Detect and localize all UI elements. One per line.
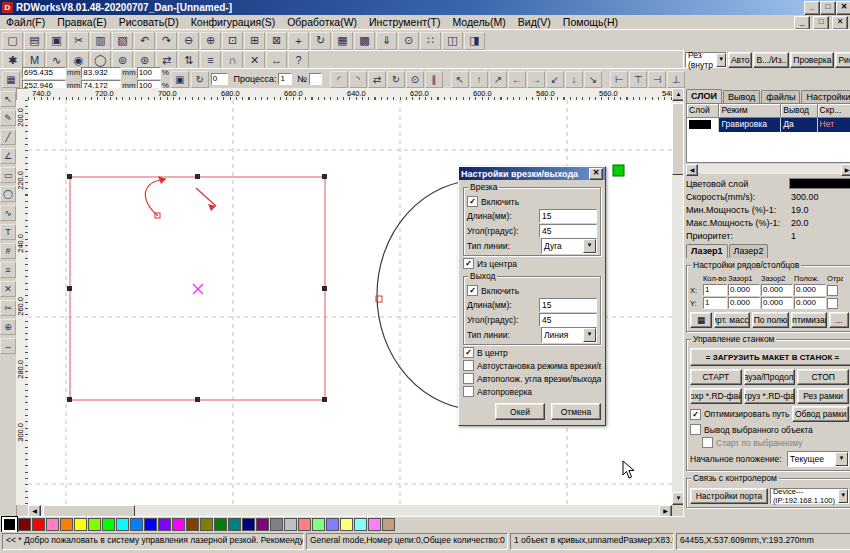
laser-tab[interactable]: Лазер2 [729, 244, 769, 258]
zoom-in-icon[interactable]: ⊕ [200, 32, 221, 50]
zoom-window-icon[interactable]: ⊡ [222, 32, 243, 50]
ellipse-tool-icon[interactable]: ◯ [0, 186, 16, 202]
processing-mode-select[interactable]: Рез (внутр ▼ [685, 52, 727, 68]
panel-tab[interactable]: Настройки [801, 90, 850, 103]
palette-color-swatch[interactable] [74, 518, 87, 531]
mode-bar-button[interactable]: Авто [728, 52, 753, 68]
corner-top-left-icon[interactable]: ↖ [451, 71, 469, 88]
corner-top-icon[interactable]: ↑ [470, 71, 488, 88]
ungroup-icon[interactable]: ◨ [464, 32, 485, 50]
start-position-select[interactable]: Текущее ▼ [787, 451, 849, 467]
mdi-close-button[interactable]: ✕ [832, 16, 848, 30]
array-x-gap1-field[interactable]: 0.000 [728, 284, 760, 296]
curve-tool-icon[interactable]: ∿ [0, 205, 16, 221]
horizontal-scrollbar[interactable]: ◀ ▶ [28, 505, 672, 516]
simulate-icon[interactable]: ▦ [332, 32, 353, 50]
save-file-icon[interactable]: ▣ [46, 32, 67, 50]
redraw-icon[interactable]: ↻ [310, 32, 331, 50]
rectangle-tool-icon[interactable]: ▭ [0, 167, 16, 183]
scale-x-field[interactable]: 100 [137, 67, 161, 79]
reverse-direction-icon[interactable]: ⇄ [368, 71, 386, 88]
stop-button[interactable]: СТОП [797, 369, 849, 385]
palette-color-swatch[interactable] [32, 518, 45, 531]
auto-option-checkbox[interactable] [463, 386, 474, 397]
palette-color-swatch[interactable] [312, 518, 325, 531]
palette-color-swatch[interactable] [46, 518, 59, 531]
vertical-scrollbar[interactable]: ▲ ▼ [672, 88, 683, 505]
menu-item[interactable]: Рисовать(D) [113, 16, 185, 28]
corner-right-icon[interactable]: → [527, 71, 545, 88]
node-edit-tool-icon[interactable]: ✎ [0, 110, 16, 126]
palette-color-swatch[interactable] [60, 518, 73, 531]
t-top-icon[interactable]: ⊤ [629, 71, 647, 88]
palette-color-swatch[interactable] [284, 518, 297, 531]
rotate-icon[interactable]: ↻ [191, 71, 209, 88]
lead-out-angle-input[interactable] [539, 313, 597, 327]
palette-color-swatch[interactable] [214, 518, 227, 531]
gap-icon[interactable]: ∥ [425, 71, 443, 88]
mode-bar-button[interactable]: Проверка [790, 52, 834, 68]
palette-color-swatch[interactable] [102, 518, 115, 531]
lead-in-enable-checkbox[interactable]: ✓ [467, 196, 478, 207]
array-y-mirror-checkbox[interactable] [827, 298, 838, 309]
layer-hide-cell[interactable]: Нет [818, 118, 850, 132]
palette-color-swatch[interactable] [144, 518, 157, 531]
layer-output-cell[interactable]: Да [781, 118, 817, 132]
menu-item[interactable]: Файл(F) [0, 16, 51, 28]
polyline-tool-icon[interactable]: ∠ [0, 148, 16, 164]
load-rd-file-button[interactable]: Загруз *.RD-файл [744, 388, 796, 404]
auto-option-checkbox[interactable] [463, 373, 474, 384]
layer-mode-cell[interactable]: Гравировка [719, 118, 781, 132]
palette-color-swatch[interactable] [88, 518, 101, 531]
array-y-gap2-field[interactable]: 0.000 [761, 297, 793, 309]
array-y-gap1-field[interactable]: 0.000 [728, 297, 760, 309]
position-x-field[interactable]: 695.435 [22, 67, 66, 79]
lead-out-icon[interactable]: ◝ [349, 71, 367, 88]
mdi-minimize-button[interactable]: _ [794, 16, 810, 30]
palette-color-swatch[interactable] [172, 518, 185, 531]
palette-color-swatch[interactable] [2, 517, 17, 532]
corner-left-icon[interactable]: ← [508, 71, 526, 88]
t-left-icon[interactable]: ⊢ [610, 71, 628, 88]
pause-resume-button[interactable]: Пауза/Продолж. [744, 369, 796, 385]
palette-color-swatch[interactable] [116, 518, 129, 531]
panel-tab[interactable]: СЛОИ [686, 89, 722, 103]
layer-row[interactable]: Гравировка Да Нет [687, 118, 850, 132]
t-right-icon[interactable]: ⊣ [648, 71, 666, 88]
by-field-button[interactable]: По полю [752, 312, 788, 328]
array-copy-icon[interactable]: ∷ [420, 32, 441, 50]
property-value[interactable]: 19.0 [791, 205, 850, 215]
array-y-offset-field[interactable]: 0.000 [794, 297, 826, 309]
size-width-field[interactable]: 83.932 [81, 67, 121, 79]
close-button[interactable]: ✕ [836, 1, 850, 15]
property-value[interactable]: 300.00 [791, 192, 850, 202]
delete-icon[interactable]: ✕ [244, 51, 265, 69]
corner-bottom-icon[interactable]: ↓ [565, 71, 583, 88]
start-point-icon[interactable]: ⊙ [406, 71, 424, 88]
zoom-all-icon[interactable]: ⊞ [244, 32, 265, 50]
menu-item[interactable]: Модель(M) [446, 16, 511, 28]
corner-bottom-right-icon[interactable]: ↘ [584, 71, 602, 88]
lead-out-line[interactable] [196, 188, 216, 206]
optimize-path-checkbox[interactable]: ✓ [690, 409, 701, 420]
menu-item[interactable]: Правка(E) [51, 16, 112, 28]
copy-icon[interactable]: ▥ [90, 32, 111, 50]
palette-color-swatch[interactable] [242, 518, 255, 531]
measure-tool-icon[interactable]: ↔ [0, 338, 16, 354]
more-button[interactable]: ... [829, 312, 849, 328]
anchor-grid-icon[interactable]: ▦ [2, 71, 20, 88]
menu-item[interactable]: Инструмент(T) [363, 16, 446, 28]
property-value[interactable]: 1 [791, 231, 850, 241]
cancel-button[interactable]: Отмена [551, 403, 601, 420]
cut-icon[interactable]: ✂ [68, 32, 89, 50]
palette-color-swatch[interactable] [200, 518, 213, 531]
start-button[interactable]: СТАРТ [690, 369, 742, 385]
array-x-offset-field[interactable]: 0.000 [794, 284, 826, 296]
layers-table-scrollbar[interactable]: ◀ ▶ [686, 164, 850, 174]
dialog-close-icon[interactable]: ✕ [589, 168, 603, 180]
zoom-out-icon[interactable]: ⊖ [178, 32, 199, 50]
t-bottom-icon[interactable]: ⊥ [667, 71, 685, 88]
palette-color-swatch[interactable] [382, 518, 395, 531]
array-x-mirror-checkbox[interactable] [827, 285, 838, 296]
palette-color-swatch[interactable] [270, 518, 283, 531]
